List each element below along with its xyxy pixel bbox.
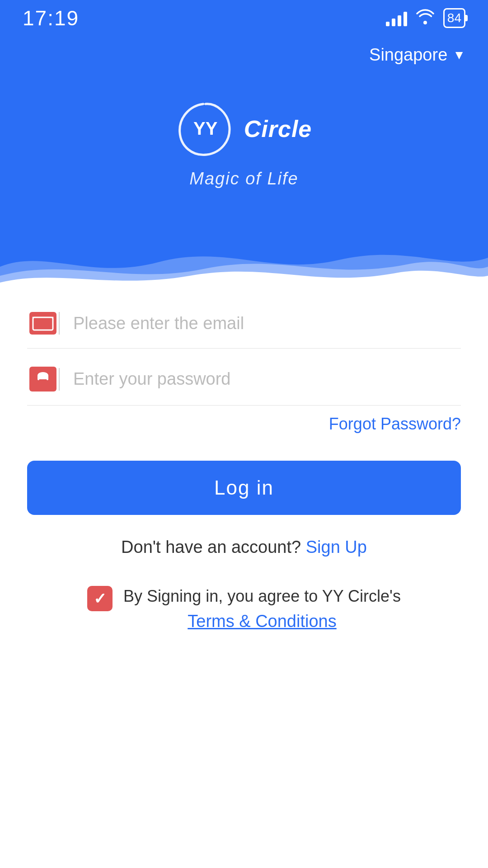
signup-prompt-text: Don't have an account? xyxy=(121,538,301,557)
signal-icon xyxy=(386,10,407,26)
status-icons: 84 xyxy=(386,8,465,28)
email-icon xyxy=(27,312,59,335)
status-bar: 17:19 84 xyxy=(0,0,488,36)
country-selector[interactable]: Singapore ▼ xyxy=(369,45,465,65)
svg-text:YY: YY xyxy=(193,118,218,138)
logo-circle-icon: YY xyxy=(176,99,235,158)
forgot-password-container: Forgot Password? xyxy=(27,415,461,434)
header-section: Singapore ▼ YY Circle Magic of Life xyxy=(0,0,488,298)
email-input[interactable] xyxy=(73,314,461,333)
login-button[interactable]: Log in xyxy=(27,461,461,515)
terms-text-block: By Signing in, you agree to YY Circle's … xyxy=(123,584,401,634)
email-input-row xyxy=(27,298,461,349)
forgot-password-link[interactable]: Forgot Password? xyxy=(329,415,461,433)
chevron-down-icon: ▼ xyxy=(453,48,465,62)
logo-area: YY Circle Magic of Life xyxy=(176,99,312,189)
checkmark-icon: ✓ xyxy=(94,590,106,608)
form-section: Forgot Password? Log in Don't have an ac… xyxy=(27,298,461,634)
password-input-row xyxy=(27,353,461,406)
terms-main-text: By Signing in, you agree to YY Circle's xyxy=(123,587,401,605)
input-divider xyxy=(59,368,60,391)
status-time: 17:19 xyxy=(23,6,79,30)
terms-checkbox[interactable]: ✓ xyxy=(87,586,113,611)
app-name: Circle xyxy=(244,115,312,142)
signup-row: Don't have an account? Sign Up xyxy=(27,538,461,557)
wave-divider xyxy=(0,240,488,298)
svg-rect-7 xyxy=(42,384,44,386)
battery-icon: 84 xyxy=(443,8,465,28)
password-input[interactable] xyxy=(73,369,461,389)
country-label: Singapore xyxy=(369,45,447,65)
wifi-icon xyxy=(416,8,434,28)
battery-level: 84 xyxy=(447,11,461,25)
svg-rect-3 xyxy=(33,317,53,330)
app-tagline: Magic of Life xyxy=(189,169,298,189)
logo-wrapper: YY Circle xyxy=(176,99,312,158)
input-divider xyxy=(59,312,60,335)
terms-link[interactable]: Terms & Conditions xyxy=(123,609,401,634)
lock-icon xyxy=(27,367,59,392)
signup-link[interactable]: Sign Up xyxy=(306,538,367,557)
terms-row: ✓ By Signing in, you agree to YY Circle'… xyxy=(27,584,461,634)
